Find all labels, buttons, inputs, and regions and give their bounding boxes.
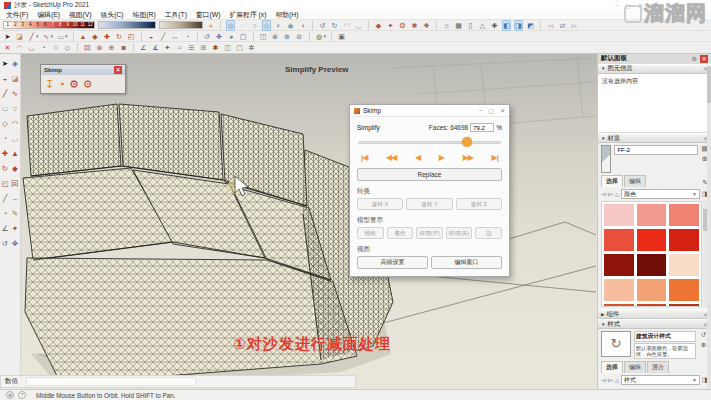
section-display-icon[interactable]: ⊘ xyxy=(295,32,304,41)
box-edit-icon[interactable]: ◨ xyxy=(514,20,523,31)
ghost-prev-icon[interactable]: ◅ xyxy=(546,21,555,30)
skimp-toolbar-titlebar[interactable]: Skimp ✕ xyxy=(41,65,125,75)
select-tool-icon[interactable]: ➤ xyxy=(3,32,12,41)
skimp-settings-icon[interactable]: ⚙ xyxy=(69,78,79,90)
slider-track[interactable] xyxy=(358,141,501,144)
make-component-icon[interactable]: ◈ xyxy=(10,56,20,71)
color-swatch-14[interactable] xyxy=(637,304,667,307)
orbit-icon[interactable]: ↺ xyxy=(0,236,10,251)
close-button[interactable]: ✕ xyxy=(638,2,643,9)
move-tool-icon[interactable]: ✚ xyxy=(103,32,112,41)
zoom-tool-icon[interactable]: ◕ xyxy=(227,32,236,41)
线框-button[interactable]: 线框 xyxy=(357,227,384,239)
box-exit-icon[interactable]: ◩ xyxy=(526,21,535,30)
color-swatch-13[interactable] xyxy=(604,304,634,307)
orbit-view-icon[interactable]: ↺ xyxy=(318,21,327,30)
solid-union-icon[interactable]: ◙ xyxy=(119,43,128,52)
dimension-icon[interactable]: ↔ xyxy=(10,191,20,206)
color-swatch-2[interactable] xyxy=(637,204,667,226)
copy-icon[interactable]: ▣ xyxy=(337,32,346,41)
material-replace-icon[interactable]: ◆ xyxy=(374,21,383,30)
paint-bucket-icon[interactable]: ◒ xyxy=(0,71,10,86)
zoom-extents-icon[interactable]: ▢ xyxy=(239,32,248,41)
旋转Y-button[interactable]: 旋转 Y xyxy=(406,198,452,210)
panel-scrollbar[interactable] xyxy=(707,65,711,389)
编辑窗口-button[interactable]: 编辑窗口 xyxy=(431,256,502,269)
polygon-tool-icon[interactable]: ◇ xyxy=(0,116,10,131)
face-style-monochrome-icon[interactable]: ◑ xyxy=(298,21,307,30)
pan-tool-icon[interactable]: ✥ xyxy=(215,32,224,41)
face-style-xray-icon[interactable]: ◍ xyxy=(226,20,235,31)
eraser-tool-icon[interactable]: ◪ xyxy=(10,71,20,86)
menu-item-2[interactable]: 编辑(E) xyxy=(37,10,60,20)
rectangle-tool-icon[interactable]: ▭ xyxy=(0,101,10,116)
material-name-field[interactable] xyxy=(614,145,698,155)
旋转Z-button[interactable]: 旋转 Z xyxy=(456,198,502,210)
pushpull-tool-icon[interactable]: ▲ xyxy=(79,32,88,41)
color-swatch-5[interactable] xyxy=(637,229,667,251)
styles-tab-2[interactable]: 编辑 xyxy=(624,361,646,373)
gradient-strip-warm[interactable] xyxy=(159,21,203,29)
back-icon[interactable]: ◅ xyxy=(601,190,606,198)
纹理关-button[interactable]: 纹理(关) xyxy=(446,227,473,239)
in-model-icon[interactable]: ⌂ xyxy=(615,191,619,198)
chevron-down-icon[interactable]: ▾ xyxy=(65,33,68,39)
eraser-tool-icon[interactable]: ◪ xyxy=(15,32,24,41)
arc-tool-icon[interactable]: ◠ xyxy=(15,43,24,52)
skimp-dialog[interactable]: Skimp – ▢ ✕ Simplify Faces: 64698 % | xyxy=(349,104,510,277)
axes-tool-icon[interactable]: ∠ xyxy=(139,43,148,52)
dialog-close-button[interactable]: ✕ xyxy=(500,107,505,114)
color-swatch-4[interactable] xyxy=(604,229,634,251)
skimp-import-icon[interactable]: ↧ xyxy=(45,78,54,90)
two-point-arc-icon[interactable]: ◡ xyxy=(10,131,20,146)
menu-item-9[interactable]: 帮助(H) xyxy=(276,10,299,20)
color-swatch-8[interactable] xyxy=(637,254,667,276)
section-cut-icon[interactable]: ⊗ xyxy=(271,32,280,41)
materials-tab-1[interactable]: 选择 xyxy=(601,175,623,187)
followme-tool-icon[interactable]: ◆ xyxy=(91,32,100,41)
face-style-textured-icon[interactable]: ◉ xyxy=(286,21,295,30)
tape-measure-icon[interactable]: ╱ xyxy=(0,191,10,206)
scale-tool-icon[interactable]: ◰ xyxy=(0,176,10,191)
front-view-icon[interactable]: ◡ xyxy=(354,21,363,30)
skimp-dialog-titlebar[interactable]: Skimp – ▢ ✕ xyxy=(350,105,509,117)
color-swatch-12[interactable] xyxy=(669,279,699,301)
3d-text-icon[interactable]: ✦ xyxy=(10,221,20,236)
entity-info-header[interactable]: ▼ 图元信息 ✕ xyxy=(598,64,711,74)
move-axes-icon[interactable]: ✚ xyxy=(490,21,499,30)
materials-tab-2[interactable]: 编辑 xyxy=(624,175,646,187)
dimension-icon[interactable]: ↔ xyxy=(171,32,180,41)
3d-text-icon[interactable]: ✦ xyxy=(163,43,172,52)
outer-shell-icon[interactable]: ⊕ xyxy=(107,43,116,52)
styles-sphere-icon[interactable]: ◍ xyxy=(315,32,324,41)
tray-close-icon[interactable]: ✕ xyxy=(700,55,708,63)
纹理开-button[interactable]: 纹理(开) xyxy=(416,227,443,239)
section-fill-icon[interactable]: ⊕ xyxy=(283,32,292,41)
skimp-gem-icon[interactable]: ◕ xyxy=(206,21,215,30)
menu-item-3[interactable]: 视图(V) xyxy=(69,10,92,20)
paint-bucket-icon[interactable]: ◒ xyxy=(147,32,156,41)
close-mesh-icon[interactable]: ✕ xyxy=(3,43,12,52)
move-tool-icon[interactable]: ✚ xyxy=(0,146,10,161)
color-swatch-6[interactable] xyxy=(669,229,699,251)
边-button[interactable]: 边 xyxy=(475,227,502,239)
gradient-strip-blue[interactable] xyxy=(98,21,156,29)
protractor-icon[interactable]: ◔ xyxy=(0,206,10,221)
ghost-swap-icon[interactable]: ⇄ xyxy=(558,21,567,30)
color-swatch-3[interactable] xyxy=(669,204,699,226)
color-swatch-15[interactable] xyxy=(669,304,699,307)
pie-tool-icon[interactable]: ◔ xyxy=(0,131,10,146)
skimp-toolbar-close-icon[interactable]: ✕ xyxy=(114,66,122,74)
color-swatch-11[interactable] xyxy=(637,279,667,301)
components-header[interactable]: ▶ 组件 ✕ xyxy=(598,309,711,319)
step-forward-button[interactable]: ▶ xyxy=(439,153,444,162)
soften-edges-icon[interactable]: ≈ xyxy=(175,43,184,52)
door-icon[interactable]: ▯ xyxy=(466,21,475,30)
protractor-icon[interactable]: ◔ xyxy=(183,32,192,41)
skimp-options-icon[interactable]: ⚙ xyxy=(83,78,93,90)
face-style-backedges-icon[interactable]: ◌ xyxy=(238,21,247,30)
orbit-icon[interactable]: ↺ xyxy=(203,32,212,41)
menu-item-6[interactable]: 工具(T) xyxy=(165,10,187,20)
face-style-shaded-icon[interactable]: ◐ xyxy=(274,21,283,30)
model-viewport[interactable]: Simplify Preview ①对沙发进行减面处理 xyxy=(21,54,597,389)
